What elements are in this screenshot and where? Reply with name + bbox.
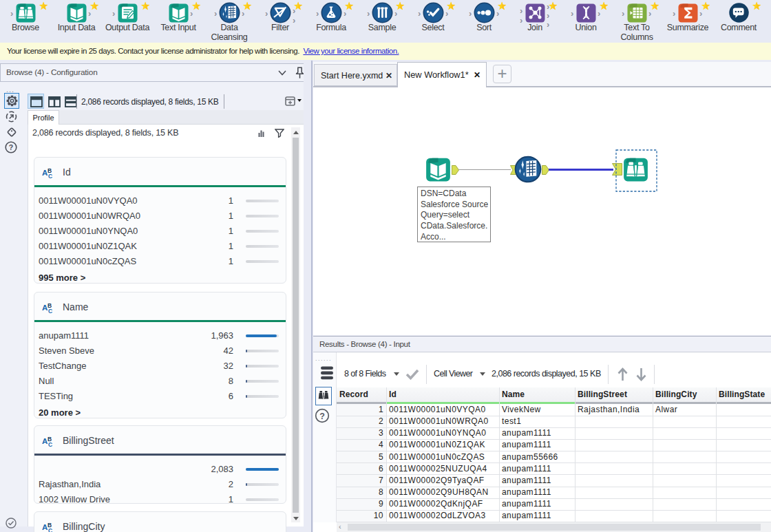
svg-text:?: ?: [9, 143, 13, 151]
svg-text:C: C: [48, 173, 52, 179]
svg-text:C: C: [48, 308, 52, 314]
svg-text:C: C: [48, 527, 52, 532]
svg-text:?: ?: [319, 412, 325, 421]
svg-text:C: C: [48, 441, 52, 447]
